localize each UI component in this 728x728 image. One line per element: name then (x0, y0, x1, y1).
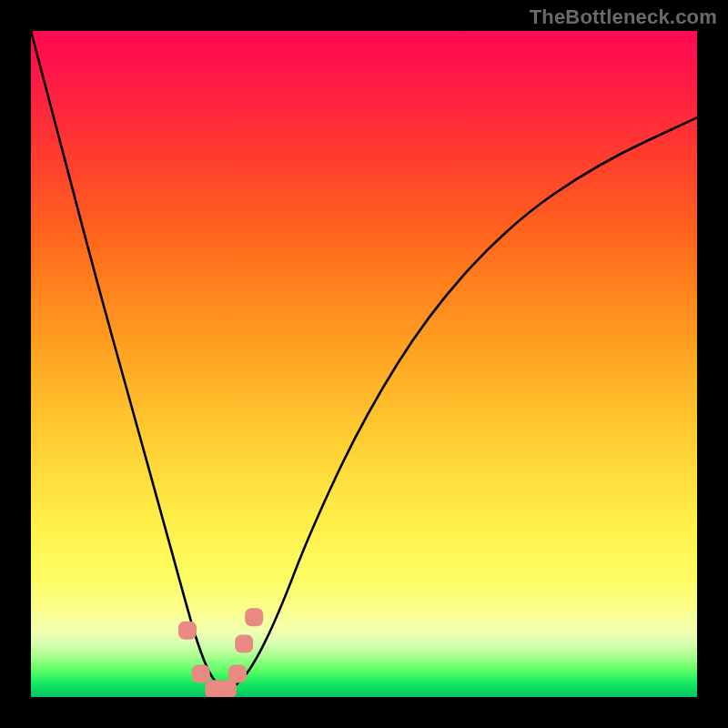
marker-group (178, 608, 263, 697)
marker-point (178, 622, 197, 640)
plot-area (31, 31, 697, 697)
chart-frame: TheBottleneck.com (0, 0, 728, 728)
marker-point (235, 634, 253, 652)
marker-point (228, 664, 247, 682)
curve-layer (31, 31, 697, 697)
marker-point (245, 608, 263, 626)
watermark-text: TheBottleneck.com (530, 5, 717, 29)
marker-point (192, 664, 210, 682)
bottleneck-curve (31, 31, 697, 691)
